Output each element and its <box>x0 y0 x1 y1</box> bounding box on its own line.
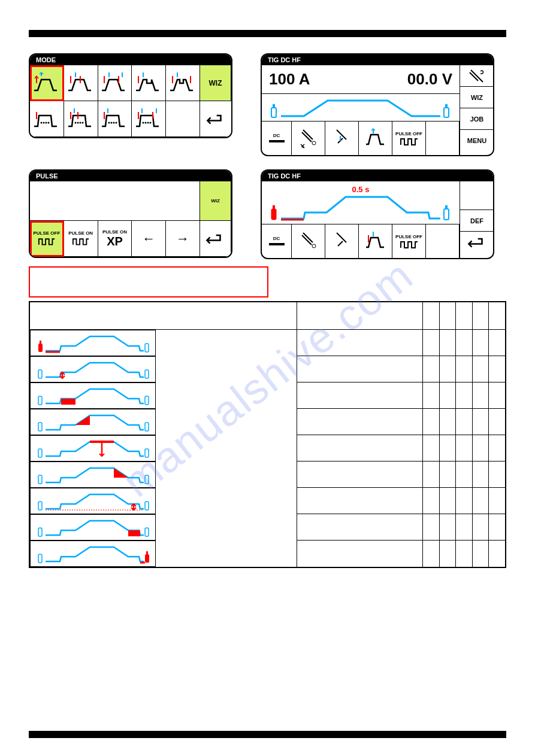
pulse-on-option[interactable]: PULSE ON <box>64 221 98 257</box>
mode-option-2[interactable] <box>64 65 98 101</box>
svg-rect-17 <box>273 104 275 108</box>
param-desc <box>297 356 423 382</box>
param-return-button[interactable] <box>460 232 494 253</box>
main-curve-display <box>262 94 460 122</box>
svg-rect-37 <box>145 423 149 431</box>
param-value-label: 0.5 s <box>352 185 370 194</box>
mode-option-spot-3[interactable] <box>98 101 132 137</box>
mode-option-2t[interactable] <box>30 65 64 101</box>
main-panel-title: TIG DC HF <box>262 54 493 65</box>
pulse-left-arrow[interactable]: ← <box>132 221 166 257</box>
param-icon-crateramp <box>30 488 156 514</box>
param-torch-hf-icon <box>292 224 325 258</box>
param-pulse-status-icon: PULSE OFF <box>392 224 426 258</box>
svg-point-7 <box>81 122 83 123</box>
param-desc <box>297 382 423 409</box>
svg-rect-33 <box>38 396 42 405</box>
svg-point-21 <box>312 141 316 145</box>
pulse-xp-option[interactable]: PULSE ONXP <box>98 221 132 257</box>
svg-rect-16 <box>271 108 276 117</box>
param-icon-pregas <box>30 330 156 356</box>
mode-panel: MODE WIZ <box>29 53 232 138</box>
mode-wiz-button[interactable]: WIZ <box>200 65 231 101</box>
param-unit <box>472 462 488 488</box>
svg-point-12 <box>143 122 144 123</box>
param-def <box>439 488 455 514</box>
job-button[interactable]: JOB <box>460 108 494 130</box>
table-row <box>29 356 506 382</box>
svg-rect-38 <box>38 449 42 457</box>
mode-return-button[interactable] <box>200 101 231 137</box>
th-unit <box>472 302 488 329</box>
table-row <box>29 462 506 488</box>
param-def <box>439 356 455 382</box>
pulse-off-option[interactable]: PULSE OFF <box>30 221 64 257</box>
readout-row: 100 A 00.0 V <box>262 65 460 94</box>
th-desc <box>297 302 423 329</box>
param-icon-startamp <box>30 356 156 382</box>
param-display-panel: TIG DC HF 0.5 s DC PULSE OFF DEF <box>261 169 494 259</box>
svg-rect-32 <box>145 370 149 378</box>
param-res <box>488 409 506 435</box>
param-res <box>488 329 506 356</box>
pulse-wiz-button[interactable]: WIZ <box>200 181 231 221</box>
param-icon-slopedown <box>30 462 156 488</box>
mode-option-spot-2[interactable] <box>64 101 98 137</box>
svg-rect-19 <box>445 104 448 108</box>
def-button[interactable]: DEF <box>460 210 494 232</box>
param-max <box>456 329 472 356</box>
param-res <box>488 541 506 567</box>
svg-rect-31 <box>38 370 42 378</box>
parameters-table <box>29 301 506 568</box>
svg-rect-35 <box>61 399 75 405</box>
svg-point-1 <box>43 122 44 123</box>
param-icon-slopeup <box>30 409 156 435</box>
header-rule <box>29 30 506 37</box>
mode-option-spot-4[interactable] <box>132 101 166 137</box>
svg-rect-25 <box>445 205 448 209</box>
table-row <box>29 514 506 541</box>
wiz-button[interactable]: WIZ <box>460 87 494 108</box>
mode-status-icon <box>359 122 392 155</box>
menu-button[interactable]: MENU <box>460 130 494 151</box>
svg-point-14 <box>147 122 149 123</box>
mode-option-spot-1[interactable] <box>30 101 64 137</box>
svg-rect-28 <box>38 344 43 352</box>
table-row <box>29 409 506 435</box>
param-res <box>488 356 506 382</box>
torch-slot <box>460 65 494 87</box>
th-def <box>439 302 455 329</box>
param-desc <box>297 329 423 356</box>
svg-rect-43 <box>145 502 149 510</box>
table-row <box>29 488 506 514</box>
svg-point-13 <box>145 122 147 123</box>
torch-lift-icon <box>325 122 359 155</box>
pulse-return-button[interactable] <box>200 221 231 257</box>
mode-option-4[interactable] <box>132 65 166 101</box>
param-res <box>488 514 506 541</box>
param-def <box>439 462 455 488</box>
param-unit <box>472 409 488 435</box>
pulse-right-arrow[interactable]: → <box>166 221 200 257</box>
status-spacer <box>426 122 460 155</box>
param-dc-indicator: DC <box>262 224 292 258</box>
mode-option-3[interactable] <box>98 65 132 101</box>
param-res <box>488 382 506 409</box>
param-res <box>488 462 506 488</box>
param-min <box>423 462 439 488</box>
status-row: DC PULSE OFF <box>262 122 460 155</box>
param-unit <box>472 514 488 541</box>
current-readout: 100 A <box>269 70 310 89</box>
param-def <box>439 435 455 462</box>
pulse-upper-area <box>30 181 200 221</box>
param-side-blank <box>460 181 494 210</box>
svg-rect-39 <box>145 449 149 457</box>
param-panel-title: TIG DC HF <box>262 171 493 181</box>
svg-rect-48 <box>145 554 149 563</box>
param-icon-cratertime <box>30 514 156 541</box>
svg-rect-42 <box>38 502 42 510</box>
param-curve-display: 0.5 s <box>262 181 460 224</box>
svg-point-10 <box>113 122 115 123</box>
svg-rect-49 <box>146 551 148 554</box>
mode-option-5[interactable] <box>166 65 200 101</box>
